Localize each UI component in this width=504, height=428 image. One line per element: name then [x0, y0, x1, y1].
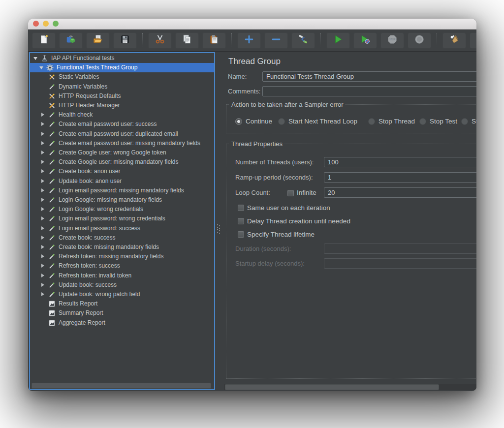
toolbar-separator — [320, 33, 321, 47]
expand-arrow-icon[interactable] — [41, 207, 44, 211]
toolbar-button-toggle[interactable] — [291, 32, 315, 49]
toolbar-button-templates[interactable] — [59, 32, 83, 49]
expand-arrow-icon[interactable] — [41, 226, 44, 230]
expand-arrow-icon[interactable] — [41, 132, 44, 136]
config-horizontal-scrollbar[interactable] — [224, 384, 476, 390]
toolbar-button-expand-all[interactable] — [237, 32, 261, 49]
test-plan-tree-panel[interactable]: IAP API Functional testsFunctional Tests… — [29, 52, 215, 390]
collapse-arrow-icon[interactable] — [33, 57, 37, 60]
tree-item-label: Create email password user: duplicated e… — [59, 129, 178, 139]
tree-horizontal-scrollbar[interactable] — [31, 382, 214, 389]
expand-arrow-icon[interactable] — [41, 216, 44, 220]
tree-item[interactable]: IAP API Functional tests — [30, 54, 214, 63]
tree-item[interactable]: HTTP Request Defaults — [30, 92, 214, 101]
toolbar-button-copy[interactable] — [175, 32, 199, 49]
tree-item[interactable]: Create Google user: missing mandatory fi… — [30, 157, 214, 167]
tree-item[interactable]: Login Google: missing mandatory fields — [30, 195, 214, 205]
tree-item[interactable]: Create book: missing mandatory fields — [30, 243, 214, 252]
tree-item[interactable]: Refresh token: invalid token — [30, 271, 214, 280]
tree-item[interactable]: Update book: anon user — [30, 177, 214, 186]
expand-arrow-icon[interactable] — [41, 236, 44, 240]
toolbar-button-save[interactable] — [113, 32, 137, 49]
toolbar-button-open-file[interactable] — [86, 32, 110, 49]
expand-arrow-icon[interactable] — [41, 188, 44, 192]
expand-arrow-icon[interactable] — [41, 283, 44, 287]
checkbox-specify-thread-lifetime[interactable] — [238, 231, 244, 238]
radio-icon[interactable] — [461, 118, 468, 125]
tree-item[interactable]: Login email password: missing mandatory … — [30, 186, 214, 195]
checkbox-same-user-on-each-iteration[interactable] — [238, 205, 244, 211]
expand-arrow-icon[interactable] — [41, 254, 44, 258]
expand-arrow-icon[interactable] — [41, 122, 44, 126]
tree-item[interactable]: Login Google: wrong credentials — [30, 205, 214, 214]
expand-arrow-icon[interactable] — [41, 264, 44, 268]
zoom-window-button[interactable] — [53, 21, 59, 27]
tree-item[interactable]: Update book: wrong patch field — [30, 290, 214, 299]
sampler-icon — [48, 206, 56, 213]
toolbar-button-clear-all[interactable] — [470, 32, 476, 49]
radio-icon[interactable] — [419, 118, 426, 125]
toolbar-button-start-no-pauses[interactable] — [353, 32, 377, 49]
expand-arrow-icon[interactable] — [41, 113, 44, 117]
tree-item[interactable]: Summary Report — [30, 308, 214, 318]
minimize-window-button[interactable] — [43, 21, 49, 27]
expand-arrow-icon[interactable] — [41, 141, 44, 145]
expand-arrow-icon[interactable] — [41, 179, 44, 183]
name-input[interactable]: Functional Tests Thread Group — [262, 71, 476, 82]
radio-option-stop-test-now[interactable]: Stop Test Now — [461, 118, 476, 125]
panel-splitter[interactable] — [216, 52, 224, 390]
radio-icon[interactable] — [368, 118, 375, 125]
infinite-checkbox[interactable] — [287, 190, 294, 196]
toolbar-button-start[interactable] — [326, 32, 350, 49]
tree-item[interactable]: Create email password user: success — [30, 120, 214, 129]
expand-arrow-icon[interactable] — [41, 274, 44, 277]
config-scrollbar-thumb[interactable] — [225, 384, 439, 390]
tree-item[interactable]: Login email password: success — [30, 224, 214, 233]
tree-scrollbar-thumb[interactable] — [32, 383, 211, 389]
tree-item[interactable]: HTTP Header Manager — [30, 101, 214, 110]
checkbox-delay-thread-creation-until-needed[interactable] — [238, 218, 244, 224]
toolbar-button-clear[interactable] — [442, 32, 466, 49]
toolbar-button-cut[interactable] — [148, 32, 172, 49]
toolbar-button-new-file[interactable] — [32, 32, 56, 49]
loop-count-input[interactable]: 20 — [324, 187, 476, 198]
sampler-icon — [48, 178, 56, 185]
tree-item[interactable]: Create book: success — [30, 233, 214, 243]
tree-item[interactable]: Health check — [30, 110, 214, 120]
close-window-button[interactable] — [33, 21, 39, 27]
tree-item[interactable]: Aggregate Report — [30, 318, 214, 328]
toolbar-button-collapse-all[interactable] — [264, 32, 288, 49]
expand-arrow-icon[interactable] — [41, 245, 44, 249]
tree-item[interactable]: Static Variables — [30, 72, 214, 82]
collapse-arrow-icon[interactable] — [39, 66, 43, 69]
tree-item[interactable]: Create book: anon user — [30, 167, 214, 176]
tree-item[interactable]: Update book: success — [30, 280, 214, 290]
expand-arrow-icon[interactable] — [41, 160, 44, 164]
radio-option-continue[interactable]: Continue — [235, 118, 272, 125]
radio-option-start-next-thread-loop[interactable]: Start Next Thread Loop — [278, 118, 357, 125]
tree-item-label: HTTP Request Defaults — [59, 92, 121, 101]
radio-selected-icon[interactable] — [235, 118, 242, 125]
report-icon — [48, 319, 56, 327]
num-threads-input[interactable]: 100 — [324, 157, 476, 167]
radio-icon[interactable] — [278, 118, 285, 125]
expand-arrow-icon[interactable] — [41, 292, 44, 296]
tree-item[interactable]: Refresh token: missing mandatory fields — [30, 252, 214, 261]
tree-item[interactable]: Login email password: wrong credentials — [30, 214, 214, 223]
tree-item[interactable]: Create email password user: duplicated e… — [30, 129, 214, 139]
comments-input[interactable] — [262, 86, 476, 96]
tree-item[interactable]: Create Google user: wrong Google token — [30, 148, 214, 157]
expand-arrow-icon[interactable] — [41, 151, 44, 154]
titlebar[interactable] — [28, 19, 476, 30]
radio-option-stop-thread[interactable]: Stop Thread — [368, 118, 415, 125]
expand-arrow-icon[interactable] — [41, 169, 44, 173]
toolbar-button-paste[interactable] — [202, 32, 226, 49]
tree-item[interactable]: Create email password user: missing mand… — [30, 139, 214, 148]
tree-item[interactable]: Results Report — [30, 299, 214, 308]
rampup-input[interactable]: 1 — [324, 172, 476, 183]
tree-item[interactable]: Functional Tests Thread Group — [30, 63, 214, 72]
expand-arrow-icon[interactable] — [41, 198, 44, 202]
tree-item[interactable]: Refresh token: success — [30, 261, 214, 271]
radio-option-stop-test[interactable]: Stop Test — [419, 118, 457, 125]
tree-item[interactable]: Dynamic Variables — [30, 82, 214, 92]
